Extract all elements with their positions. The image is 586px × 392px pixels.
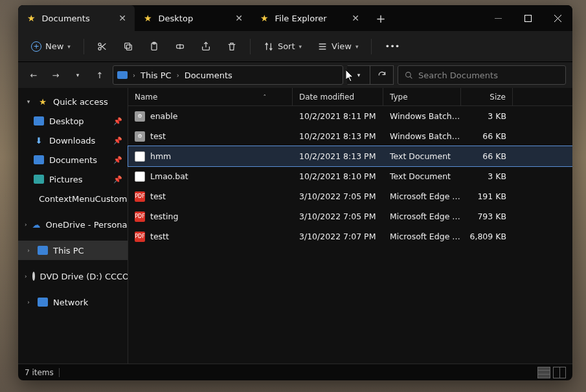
address-bar[interactable]: › This PC › Documents: [113, 65, 343, 85]
sidebar-onedrive[interactable]: › ☁ OneDrive - Personal: [18, 215, 128, 234]
file-type: Microsoft Edge P...: [383, 212, 461, 221]
tab-documents[interactable]: ★ Documents ✕: [18, 5, 135, 31]
paste-button[interactable]: [142, 36, 166, 57]
tab-desktop[interactable]: ★ Desktop ✕: [135, 5, 251, 31]
close-tab-icon[interactable]: ✕: [117, 13, 128, 23]
refresh-button[interactable]: [370, 65, 394, 85]
sidebar-item-pictures[interactable]: Pictures 📌: [18, 169, 128, 189]
star-icon: ★: [27, 13, 36, 23]
sidebar-label: Pictures: [49, 175, 82, 184]
share-icon: [201, 41, 211, 52]
file-date: 3/10/2022 7:07 PM: [293, 232, 383, 241]
view-label: View: [332, 41, 352, 51]
breadcrumb-this-pc[interactable]: This PC: [141, 71, 172, 80]
up-button[interactable]: ↑: [91, 66, 109, 84]
column-headers: Name ˄ Date modified Type Size: [128, 88, 572, 106]
file-row[interactable]: PDFtestt3/10/2022 7:07 PMMicrosoft Edge …: [128, 226, 572, 246]
column-name[interactable]: Name ˄: [128, 88, 293, 105]
file-row[interactable]: ⚙enable10/2/2021 8:11 PMWindows Batch Fi…: [128, 106, 572, 126]
file-icon: PDF: [135, 191, 145, 202]
file-type: Windows Batch File: [383, 111, 461, 121]
file-row[interactable]: Lmao.bat10/2/2021 8:10 PMText Document3 …: [128, 166, 572, 186]
svg-point-15: [406, 72, 411, 77]
tab-file-explorer[interactable]: ★ File Explorer ✕: [251, 5, 368, 31]
file-type: Microsoft Edge P...: [383, 191, 461, 201]
address-history-dropdown[interactable]: ▾: [347, 65, 370, 85]
tab-label: File Explorer: [275, 14, 343, 23]
sort-icon: [264, 41, 274, 52]
download-icon: ⬇: [34, 136, 44, 145]
sidebar-label: OneDrive - Personal: [46, 220, 128, 230]
chevron-down-icon: ▾: [25, 98, 32, 105]
sidebar-this-pc[interactable]: › This PC: [18, 241, 128, 260]
sidebar-item-contextmenu[interactable]: ContextMenuCustomizations: [18, 189, 128, 208]
sidebar-label: Documents: [49, 155, 97, 165]
file-size: 66 KB: [461, 151, 513, 161]
svg-line-16: [410, 76, 412, 78]
file-name: hmm: [150, 151, 171, 161]
sidebar-label: DVD Drive (D:) CCCOMA_X64FRE: [40, 272, 128, 281]
delete-button[interactable]: [220, 36, 243, 57]
plus-icon: +: [31, 41, 41, 52]
maximize-button[interactable]: [513, 5, 543, 31]
file-size: 3 KB: [461, 111, 513, 121]
sort-button[interactable]: Sort ▾: [257, 36, 308, 57]
sidebar-quick-access[interactable]: ▾ ★ Quick access: [18, 92, 128, 111]
new-tab-button[interactable]: +: [368, 5, 394, 31]
sidebar-network[interactable]: › Network: [18, 292, 128, 312]
copy-button[interactable]: [117, 36, 140, 57]
file-row[interactable]: PDFtest3/10/2022 7:05 PMMicrosoft Edge P…: [128, 186, 572, 206]
paste-icon: [149, 41, 159, 52]
cloud-icon: ☁: [32, 220, 41, 229]
column-date[interactable]: Date modified: [293, 88, 383, 105]
file-icon: PDF: [135, 232, 145, 242]
svg-rect-1: [524, 15, 531, 21]
desktop-icon: [34, 116, 44, 125]
file-type: Windows Batch File: [383, 131, 461, 141]
pc-icon: [38, 246, 48, 255]
rename-button[interactable]: [168, 36, 192, 57]
file-date: 10/2/2021 8:10 PM: [293, 171, 383, 181]
sidebar-dvd[interactable]: › DVD Drive (D:) CCCOMA_X64FRE: [18, 267, 128, 286]
pin-icon: 📌: [113, 175, 122, 184]
minimize-button[interactable]: [483, 5, 513, 31]
file-size: 793 KB: [461, 212, 513, 221]
close-tab-icon[interactable]: ✕: [233, 13, 245, 23]
more-button[interactable]: •••: [378, 36, 406, 57]
back-button[interactable]: ←: [25, 66, 43, 84]
sidebar-label: Network: [53, 298, 88, 307]
sidebar: ▾ ★ Quick access Desktop 📌 ⬇ Downloads 📌…: [18, 88, 128, 364]
recent-dropdown[interactable]: ▾: [69, 66, 87, 84]
column-type[interactable]: Type: [383, 88, 461, 105]
details-view-toggle[interactable]: [537, 367, 550, 378]
sidebar-item-downloads[interactable]: ⬇ Downloads 📌: [18, 131, 128, 150]
star-icon: ★: [260, 13, 269, 23]
forward-button[interactable]: →: [47, 66, 65, 84]
file-row[interactable]: hmm10/2/2021 8:13 PMText Document66 KB: [128, 146, 572, 166]
navigation-row: ← → ▾ ↑ › This PC › Documents ▾ Search D…: [18, 62, 572, 88]
view-button[interactable]: View ▾: [311, 36, 365, 57]
rename-icon: [175, 41, 185, 52]
close-tab-icon[interactable]: ✕: [350, 13, 361, 23]
sidebar-item-documents[interactable]: Documents 📌: [18, 150, 128, 169]
new-button[interactable]: + New ▾: [25, 36, 77, 57]
cut-button[interactable]: [91, 36, 114, 57]
column-size[interactable]: Size: [461, 88, 513, 105]
search-box[interactable]: Search Documents: [398, 65, 566, 85]
close-button[interactable]: [543, 5, 572, 31]
file-row[interactable]: PDFtesting3/10/2022 7:05 PMMicrosoft Edg…: [128, 206, 572, 226]
pin-icon: 📌: [113, 156, 122, 164]
file-type: Microsoft Edge P...: [383, 232, 461, 241]
file-explorer-window: ★ Documents ✕ ★ Desktop ✕ ★ File Explore…: [18, 5, 572, 380]
file-type: Text Document: [383, 171, 461, 181]
chevron-down-icon: ▾: [67, 43, 71, 50]
share-button[interactable]: [194, 36, 218, 57]
file-row[interactable]: ⚙test10/2/2021 8:13 PMWindows Batch File…: [128, 126, 572, 146]
thumbnail-view-toggle[interactable]: [553, 367, 566, 378]
list-icon: [317, 41, 328, 52]
file-size: 66 KB: [461, 131, 513, 141]
file-name: testt: [150, 232, 169, 241]
sidebar-item-desktop[interactable]: Desktop 📌: [18, 111, 128, 131]
svg-rect-6: [126, 45, 131, 50]
breadcrumb-documents[interactable]: Documents: [185, 71, 232, 80]
